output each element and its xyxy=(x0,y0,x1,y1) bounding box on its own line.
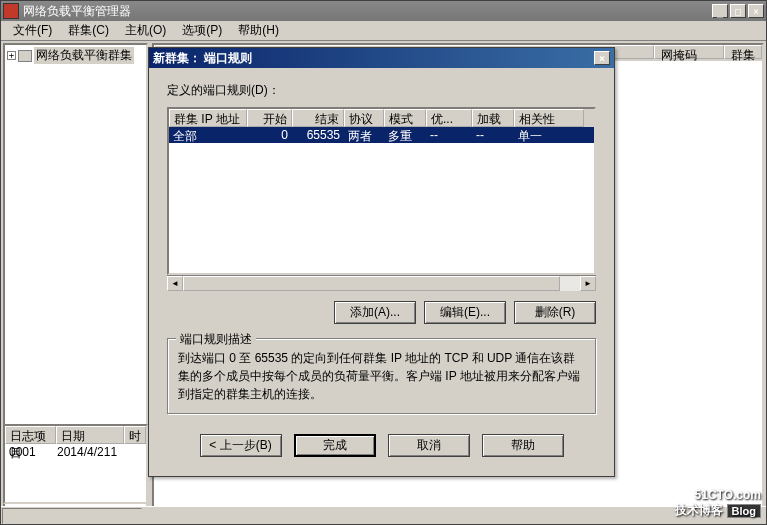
rule-start: 0 xyxy=(247,127,292,143)
hscrollbar[interactable]: ◄ ► xyxy=(167,275,596,291)
log-col-item[interactable]: 日志项目 xyxy=(5,426,56,444)
rule-mode: 多重 xyxy=(384,127,426,143)
scroll-thumb[interactable] xyxy=(183,276,560,291)
watermark-sub: 技术博客 xyxy=(675,502,723,519)
app-icon xyxy=(3,3,19,19)
statusbar xyxy=(1,506,766,524)
dialog-titlebar[interactable]: 新群集： 端口规则 × xyxy=(149,48,614,68)
tree-root-item[interactable]: + 网络负载平衡群集 xyxy=(7,47,144,64)
rule-description: 到达端口 0 至 65535 的定向到任何群集 IP 地址的 TCP 和 UDP… xyxy=(178,349,585,403)
col-mode[interactable]: 群集模式 xyxy=(724,45,762,59)
rule-load: -- xyxy=(472,127,514,143)
scroll-left-icon[interactable]: ◄ xyxy=(167,276,183,291)
col-protocol[interactable]: 协议 xyxy=(344,109,384,127)
col-affinity[interactable]: 相关性 xyxy=(514,109,584,127)
log-panel: 日志项目 日期 时 0001 2014/4/21 1 xyxy=(3,424,148,504)
watermark-tag: Blog xyxy=(727,504,761,518)
dialog-title: 新群集： 端口规则 xyxy=(153,50,594,67)
col-netmask[interactable]: 网掩码 xyxy=(654,45,724,59)
finish-button[interactable]: 完成 xyxy=(294,434,376,457)
edit-button[interactable]: 编辑(E)... xyxy=(424,301,506,324)
maximize-button[interactable]: □ xyxy=(730,4,746,18)
col-start[interactable]: 开始 xyxy=(247,109,292,127)
description-group: 端口规则描述 到达端口 0 至 65535 的定向到任何群集 IP 地址的 TC… xyxy=(167,338,596,414)
menu-host[interactable]: 主机(O) xyxy=(117,20,174,41)
menu-cluster[interactable]: 群集(C) xyxy=(60,20,117,41)
watermark: 51CTO.com 技术博客 Blog xyxy=(675,488,761,519)
help-button[interactable]: 帮助 xyxy=(482,434,564,457)
log-date: 2014/4/21 xyxy=(57,445,110,459)
expand-icon[interactable]: + xyxy=(7,51,16,60)
col-cluster-ip[interactable]: 群集 IP 地址 xyxy=(169,109,247,127)
group-legend: 端口规则描述 xyxy=(176,331,256,348)
rule-affinity: 单一 xyxy=(514,127,584,143)
folder-icon xyxy=(18,50,32,62)
log-row[interactable]: 0001 2014/4/21 1 xyxy=(5,444,146,460)
remove-button[interactable]: 删除(R) xyxy=(514,301,596,324)
log-col-time[interactable]: 时 xyxy=(124,426,146,444)
rules-header: 群集 IP 地址 开始 结束 协议 模式 优... 加载 相关性 xyxy=(169,109,594,127)
menubar: 文件(F) 群集(C) 主机(O) 选项(P) 帮助(H) xyxy=(1,21,766,41)
cancel-button[interactable]: 取消 xyxy=(388,434,470,457)
log-col-date[interactable]: 日期 xyxy=(56,426,124,444)
main-title: 网络负载平衡管理器 xyxy=(23,3,712,20)
main-titlebar: 网络负载平衡管理器 _ □ × xyxy=(1,1,766,21)
rule-row-selected[interactable]: 全部 0 65535 两者 多重 -- -- 单一 xyxy=(169,127,594,143)
rule-end: 65535 xyxy=(292,127,344,143)
scroll-right-icon[interactable]: ► xyxy=(580,276,596,291)
col-end[interactable]: 结束 xyxy=(292,109,344,127)
rules-label: 定义的端口规则(D)： xyxy=(167,82,596,99)
rule-protocol: 两者 xyxy=(344,127,384,143)
rule-ip: 全部 xyxy=(169,127,247,143)
rules-list[interactable]: 群集 IP 地址 开始 结束 协议 模式 优... 加载 相关性 全部 0 65… xyxy=(167,107,596,275)
status-cell xyxy=(2,508,142,524)
add-button[interactable]: 添加(A)... xyxy=(334,301,416,324)
back-button[interactable]: < 上一步(B) xyxy=(200,434,282,457)
close-button[interactable]: × xyxy=(748,4,764,18)
watermark-main: 51CTO.com xyxy=(675,488,761,502)
col-priority[interactable]: 优... xyxy=(426,109,472,127)
menu-help[interactable]: 帮助(H) xyxy=(230,20,287,41)
log-time: 1 xyxy=(110,445,117,459)
col-load[interactable]: 加载 xyxy=(472,109,514,127)
log-item: 0001 xyxy=(9,445,57,459)
port-rules-dialog: 新群集： 端口规则 × 定义的端口规则(D)： 群集 IP 地址 开始 结束 协… xyxy=(148,47,615,477)
tree-root-label: 网络负载平衡群集 xyxy=(34,47,134,64)
minimize-button[interactable]: _ xyxy=(712,4,728,18)
col-mode[interactable]: 模式 xyxy=(384,109,426,127)
menu-options[interactable]: 选项(P) xyxy=(174,20,230,41)
rule-priority: -- xyxy=(426,127,472,143)
menu-file[interactable]: 文件(F) xyxy=(5,20,60,41)
dialog-close-button[interactable]: × xyxy=(594,51,610,65)
